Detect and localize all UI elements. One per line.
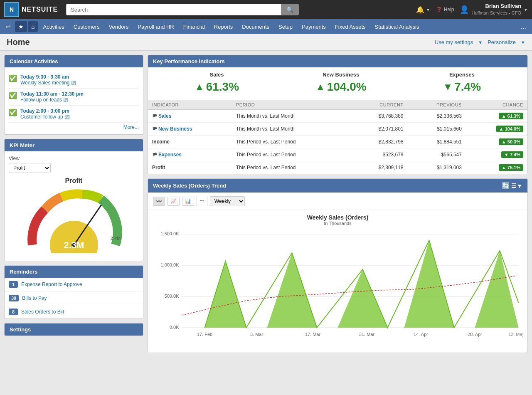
chart-header-icons: 🔄 ☰▼	[502, 182, 522, 190]
row1-current: $3,768,389	[350, 110, 408, 123]
activity-desc-3[interactable]: Customer follow up	[20, 114, 63, 120]
kpi-view-select[interactable]: Profit Sales Expenses	[9, 163, 51, 173]
chart-type-combo[interactable]: 〜	[197, 196, 207, 206]
nav-item-documents[interactable]: Documents	[238, 21, 273, 32]
nav-item-customers[interactable]: Customers	[69, 21, 104, 32]
reminder-label-2[interactable]: Bills to Pay	[22, 295, 47, 301]
nav-item-payroll[interactable]: Payroll and HR	[133, 21, 178, 32]
row3-period: This Period vs. Last Period	[232, 136, 350, 148]
reminder-label-3[interactable]: Sales Orders to Bill	[21, 309, 64, 315]
nav-item-fixed-assets[interactable]: Fixed Assets	[331, 21, 370, 32]
svg-text:28. Apr: 28. Apr	[468, 332, 482, 337]
search-input[interactable]	[66, 4, 281, 15]
reminders-body: 1 Expense Report to Approve 39 Bills to …	[5, 278, 143, 318]
weekly-sales-widget: Weekly Sales (Orders) Trend 🔄 ☰▼ 〰️ 📈 📊 …	[148, 178, 528, 353]
search-button[interactable]: 🔍	[281, 4, 299, 15]
nav-item-vendors[interactable]: Vendors	[105, 21, 133, 32]
nav-item-activities[interactable]: Activities	[39, 21, 68, 32]
table-row: 🏴Expenses This Period vs. Last Period $5…	[148, 148, 527, 161]
svg-text:1,000.0K: 1,000.0K	[160, 262, 179, 267]
calendar-more-link[interactable]: More...	[123, 124, 139, 130]
settings-header[interactable]: Settings	[5, 323, 143, 336]
logo: N NETSUITE	[4, 2, 58, 17]
th-previous: PREVIOUS	[408, 100, 466, 110]
page-header: Home Use my settings ▼ Personalize ▼	[0, 34, 532, 51]
user-menu[interactable]: 👤 Brian Sullivan Huffman Services - CFO …	[460, 3, 528, 16]
kpi-meter-header: KPI Meter	[5, 139, 143, 151]
chart-menu-icon[interactable]: ☰▼	[511, 183, 522, 189]
check-icon-1: ✅	[9, 74, 17, 82]
nav-item-statistical-analysis[interactable]: Statistical Analysis	[371, 21, 424, 32]
chart-toolbar: 〰️ 📈 📊 〜 Weekly Monthly Quarterly	[148, 193, 527, 210]
kpi-metric-newbiz-value: ▲ 104.0%	[315, 80, 367, 94]
use-my-settings-link[interactable]: Use my settings	[435, 39, 473, 45]
expenses-arrow-down: ▼	[443, 81, 453, 93]
flag-icon-1: 🏴	[152, 114, 157, 118]
activity-item-2: ✅ Today 11:30 am - 12:30 pm Follow up on…	[9, 89, 139, 106]
th-period: PERIOD	[232, 100, 350, 110]
nav-back-button[interactable]: ↩	[2, 21, 14, 32]
row1-name: 🏴Sales	[148, 110, 232, 123]
change-badge-2: ▲ 104.0%	[496, 126, 523, 132]
user-name: Brian Sullivan	[471, 3, 521, 10]
period-select[interactable]: Weekly Monthly Quarterly	[210, 196, 245, 206]
notifications-button[interactable]: 🔔 ▼	[416, 6, 430, 14]
kpi-metric-sales-num: 61.3%	[206, 80, 239, 94]
reminder-item-3: 8 Sales Orders to Bill	[5, 305, 143, 318]
right-panel: Key Performance Indicators Sales ▲ 61.3%…	[148, 55, 528, 353]
row1-change: ▲ 61.3%	[466, 110, 527, 123]
row4-current: $523,679	[350, 148, 408, 161]
activity-time-1[interactable]: Today 9:30 - 9:30 am	[20, 74, 76, 80]
row5-name: Profit	[148, 161, 232, 174]
chart-refresh-icon[interactable]: 🔄	[502, 182, 510, 190]
activity-item-1: ✅ Today 9:30 - 9:30 am Weekly Sales meet…	[9, 72, 139, 89]
user-menu-arrow: ▼	[524, 7, 528, 12]
help-button[interactable]: ❓ Help	[436, 7, 454, 12]
row1-previous: $2,336,563	[408, 110, 466, 123]
svg-text:1,500.0K: 1,500.0K	[160, 231, 179, 236]
row3-name: Income	[148, 136, 232, 148]
svg-text:3. Mar: 3. Mar	[250, 332, 264, 337]
logo-icon: N	[4, 2, 19, 17]
nav-favorites-button[interactable]: ★	[15, 21, 27, 32]
chart-header-title: Weekly Sales (Orders) Trend	[153, 183, 226, 189]
kpi-title: Key Performance Indicators	[153, 58, 225, 64]
row2-change: ▲ 104.0%	[466, 123, 527, 136]
reminder-label-1[interactable]: Expense Report to Approve	[21, 281, 82, 287]
activity-time-2[interactable]: Today 11:30 am - 12:30 pm	[20, 91, 84, 97]
activity-desc-2[interactable]: Follow up on leads	[20, 97, 62, 103]
activity-desc-1[interactable]: Weekly Sales meeting	[20, 80, 70, 86]
chart-type-line[interactable]: 📈	[167, 197, 180, 206]
kpi-metric-sales-value: ▲ 61.3%	[195, 80, 239, 94]
activity-time-3[interactable]: Today 2:00 - 3:00 pm	[20, 108, 69, 114]
row2-period: This Month vs. Last Month	[232, 123, 350, 136]
kpi-metric-newbiz-num: 104.0%	[327, 80, 367, 94]
flag-icon-4: 🏴	[152, 153, 157, 157]
kpi-metric-expenses: Expenses ▼ 7.4%	[443, 72, 481, 94]
activity-refresh-1[interactable]: 🔄	[71, 81, 76, 85]
nav-item-financial[interactable]: Financial	[179, 21, 209, 32]
kpi-metrics: Sales ▲ 61.3% New Business ▲ 104.0% Expe…	[148, 67, 527, 100]
row5-change: ▲ 75.1%	[466, 161, 527, 174]
reminders-widget: Reminders 1 Expense Report to Approve 39…	[4, 265, 143, 319]
kpi-table-header-row: INDICATOR PERIOD CURRENT PREVIOUS CHANGE	[148, 100, 527, 110]
chart-type-bar[interactable]: 📊	[182, 197, 194, 206]
kpi-metric-sales: Sales ▲ 61.3%	[195, 72, 239, 94]
activity-refresh-2[interactable]: 🔄	[63, 98, 68, 102]
row2-current: $2,071,801	[350, 123, 408, 136]
kpi-metric-expenses-num: 7.4%	[454, 80, 481, 94]
newbiz-arrow-up: ▲	[315, 81, 325, 93]
nav-item-payments[interactable]: Payments	[298, 21, 330, 32]
kpi-view-label: View	[9, 156, 139, 161]
chart-type-area[interactable]: 〰️	[153, 197, 165, 206]
nav-more-button[interactable]: ...	[517, 23, 530, 30]
nav-home-button[interactable]: ⌂	[28, 21, 38, 32]
row4-change: ▼ 7.4%	[466, 148, 527, 161]
nav-item-setup[interactable]: Setup	[274, 21, 297, 32]
personalize-link[interactable]: Personalize	[488, 39, 516, 45]
svg-text:17. Feb: 17. Feb	[197, 332, 212, 337]
activity-refresh-3[interactable]: 🔄	[64, 115, 69, 119]
nav-item-reports[interactable]: Reports	[210, 21, 237, 32]
row1-period: This Month vs. Last Month	[232, 110, 350, 123]
row2-name: 🏴New Business	[148, 123, 232, 136]
